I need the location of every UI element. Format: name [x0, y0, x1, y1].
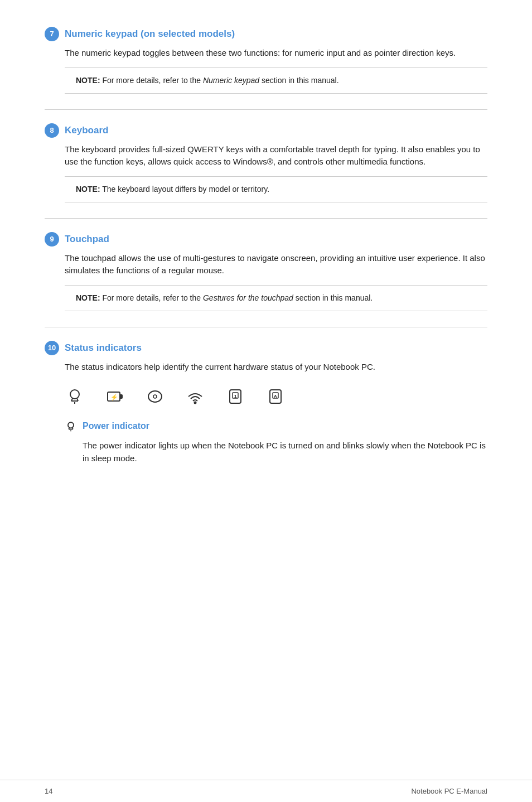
section-touchpad: 9 Touchpad The touchpad allows the use o…: [45, 232, 487, 311]
section-status-indicators: 10 Status indicators The status indicato…: [45, 341, 487, 465]
badge-9: 9: [45, 232, 59, 247]
power-indicator-icon: [65, 417, 77, 435]
note-text-before-7: For more details, refer to the: [100, 76, 203, 85]
power-indicator-header: Power indicator: [65, 417, 487, 435]
power-indicator-description: The power indicator lights up when the N…: [65, 439, 487, 465]
svg-text:A: A: [274, 394, 277, 399]
title-status-indicators: Status indicators: [65, 341, 142, 355]
body-keyboard: The keyboard provides full-sized QWERTY …: [45, 143, 487, 202]
text-touchpad: The touchpad allows the use of multi-ges…: [65, 252, 487, 277]
note-numeric-keypad: NOTE: For more details, refer to the Num…: [65, 67, 487, 94]
svg-point-9: [153, 395, 157, 398]
note-keyboard: NOTE: The keyboard layout differs by mod…: [65, 176, 487, 202]
note-label-9: NOTE:: [76, 293, 100, 302]
svg-point-0: [70, 390, 79, 399]
badge-7: 7: [45, 27, 59, 41]
note-italic-7: Numeric keypad: [203, 76, 259, 85]
note-text-before-9: For more details, refer to the: [100, 293, 203, 302]
status-icons-row: ⚡: [65, 386, 487, 407]
power-indicator-title: Power indicator: [83, 419, 149, 433]
battery-charge-icon: ⚡: [105, 386, 125, 407]
body-status-indicators: The status indicators help identify the …: [45, 361, 487, 374]
divider-3: [45, 327, 487, 327]
title-keyboard: Keyboard: [65, 123, 108, 138]
text-status-indicators: The status indicators help identify the …: [65, 361, 487, 374]
body-numeric-keypad: The numeric keypad toggles between these…: [45, 47, 487, 94]
footer-title: Notebook PC E-Manual: [411, 786, 487, 797]
svg-point-8: [148, 391, 162, 402]
wireless-icon: [185, 386, 205, 407]
drive-icon: [145, 386, 165, 407]
note-text-after-9: section in this manual.: [293, 293, 373, 302]
section-header-10: 10 Status indicators: [45, 341, 487, 355]
divider-2: [45, 218, 487, 219]
title-numeric-keypad: Numeric keypad (on selected models): [65, 27, 235, 41]
footer-page-number: 14: [45, 786, 52, 797]
section-numeric-keypad: 7 Numeric keypad (on selected models) Th…: [45, 27, 487, 94]
svg-point-10: [195, 402, 196, 404]
svg-text:1: 1: [234, 394, 237, 399]
svg-text:⚡: ⚡: [110, 393, 118, 401]
capslock-icon: A: [265, 386, 286, 407]
svg-point-17: [68, 422, 74, 428]
section-keyboard: 8 Keyboard The keyboard provides full-si…: [45, 123, 487, 202]
note-text-before-8: The keyboard layout differs by model or …: [100, 185, 269, 194]
section-header-8: 8 Keyboard: [45, 123, 487, 138]
page-content: 7 Numeric keypad (on selected models) Th…: [0, 0, 532, 514]
text-keyboard: The keyboard provides full-sized QWERTY …: [65, 143, 487, 168]
section-header-9: 9 Touchpad: [45, 232, 487, 247]
power-status-icon: [65, 386, 85, 407]
divider-1: [45, 109, 487, 110]
numlock-icon: 1: [225, 386, 245, 407]
note-italic-9: Gestures for the touchpad: [203, 293, 293, 302]
note-touchpad: NOTE: For more details, refer to the Ges…: [65, 285, 487, 311]
text-numeric-keypad: The numeric keypad toggles between these…: [65, 47, 487, 60]
note-label-8: NOTE:: [76, 185, 100, 194]
svg-rect-6: [120, 395, 122, 398]
badge-10: 10: [45, 341, 59, 355]
section-header-7: 7 Numeric keypad (on selected models): [45, 27, 487, 41]
body-touchpad: The touchpad allows the use of multi-ges…: [45, 252, 487, 311]
page-footer: 14 Notebook PC E-Manual: [0, 780, 532, 803]
note-label-7: NOTE:: [76, 76, 100, 85]
badge-8: 8: [45, 123, 59, 138]
note-text-after-7: section in this manual.: [259, 76, 338, 85]
power-subsection: Power indicator The power indicator ligh…: [65, 417, 487, 465]
title-touchpad: Touchpad: [65, 232, 109, 247]
